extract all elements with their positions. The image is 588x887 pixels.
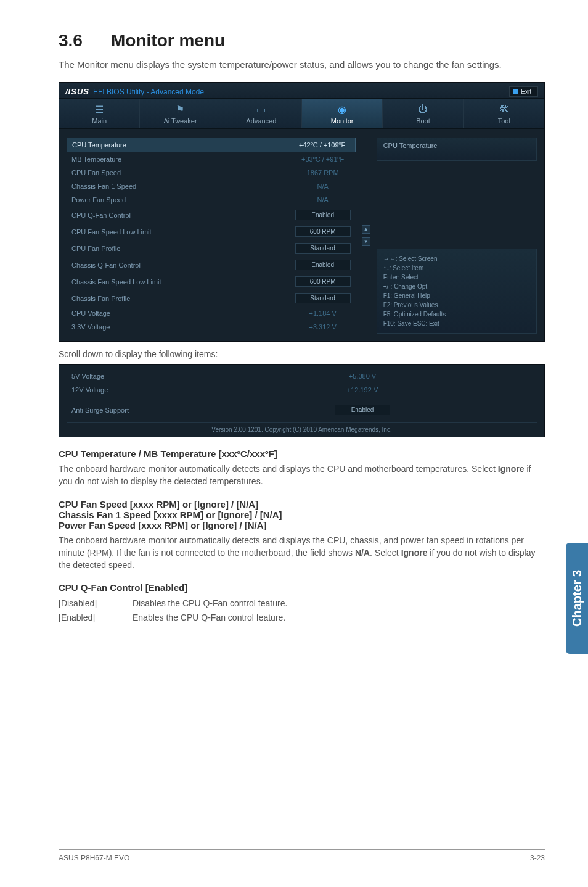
- bios-panel-continued: 5V Voltage +5.080 V 12V Voltage +12.192 …: [59, 364, 545, 437]
- row-cpu-fan-speed[interactable]: CPU Fan Speed 1867 RPM: [67, 166, 356, 179]
- row-chassis-fan-1-speed[interactable]: Chassis Fan 1 Speed N/A: [67, 179, 356, 193]
- qfan-enabled-row: [Enabled] Enables the CPU Q-Fan control …: [59, 611, 545, 624]
- list-icon: ☰: [62, 104, 137, 115]
- row-dropdown[interactable]: Enabled: [335, 405, 390, 415]
- term: [Enabled]: [59, 611, 133, 624]
- row-chassis-fan-speed-low-limit[interactable]: Chassis Fan Speed Low Limit 600 RPM: [67, 273, 356, 290]
- tab-tool[interactable]: 🛠 Tool: [464, 99, 544, 128]
- intro-paragraph: The Monitor menu displays the system tem…: [59, 58, 545, 71]
- row-value: N/A: [295, 196, 351, 204]
- row-label: CPU Fan Speed: [71, 169, 295, 176]
- tweaker-icon: ⚑: [142, 104, 218, 115]
- row-value: +5.080 V: [335, 373, 390, 380]
- term: [Disabled]: [59, 596, 133, 610]
- row-cpu-temperature[interactable]: CPU Temperature +42ºC / +109ºF: [67, 138, 356, 152]
- qfan-heading: CPU Q-Fan Control [Enabled]: [59, 582, 545, 593]
- hint-line: ↑↓: Select Item: [383, 263, 530, 273]
- hint-line: F5: Optimized Defaults: [383, 310, 530, 319]
- bios-titlebar: /ISUS EFI BIOS Utility - Advanced Mode E…: [59, 83, 544, 99]
- section-title-text: Monitor menu: [111, 31, 225, 50]
- tab-label: Advanced: [246, 117, 276, 125]
- row-dropdown[interactable]: Enabled: [295, 260, 351, 270]
- row-label: Power Fan Speed: [71, 196, 295, 204]
- row-label: CPU Temperature: [72, 141, 295, 149]
- row-dropdown[interactable]: 600 RPM: [295, 276, 351, 287]
- tab-advanced[interactable]: ▭ Advanced: [221, 99, 302, 128]
- row-dropdown[interactable]: Standard: [295, 243, 351, 254]
- hint-line: →←: Select Screen: [383, 254, 530, 263]
- row-cpu-fan-speed-low-limit[interactable]: CPU Fan Speed Low Limit 600 RPM: [67, 223, 356, 240]
- row-cpu-q-fan-control[interactable]: CPU Q-Fan Control Enabled: [67, 207, 356, 223]
- scroll-up-button[interactable]: ▲: [362, 225, 370, 234]
- fan-speed-body: The onboard hardware monitor automatical…: [59, 534, 545, 572]
- row-label: CPU Q-Fan Control: [71, 212, 295, 219]
- row-3v3-voltage[interactable]: 3.3V Voltage +3.312 V: [67, 320, 356, 334]
- bios-body: CPU Temperature +42ºC / +109ºF MB Temper…: [59, 129, 544, 341]
- row-dropdown[interactable]: Enabled: [295, 210, 351, 220]
- exit-button[interactable]: Exit: [509, 86, 538, 97]
- row-label: Chassis Fan 1 Speed: [71, 183, 295, 190]
- bios-header-title: EFI BIOS Utility - Advanced Mode: [93, 88, 204, 96]
- row-12v-voltage[interactable]: 12V Voltage +12.192 V: [67, 383, 537, 397]
- text: . Select: [370, 548, 401, 558]
- row-label: 3.3V Voltage: [71, 323, 295, 331]
- hint-line: F2: Previous Values: [383, 300, 530, 310]
- tab-label: Boot: [416, 117, 430, 125]
- desc: Enables the CPU Q-Fan control feature.: [133, 611, 285, 624]
- fan-speed-heading-1: CPU Fan Speed [xxxx RPM] or [Ignore] / […: [59, 499, 545, 510]
- advanced-icon: ▭: [224, 104, 299, 115]
- fan-speed-heading-3: Power Fan Speed [xxxx RPM] or [Ignore] /…: [59, 520, 545, 530]
- row-label: CPU Voltage: [71, 310, 295, 317]
- row-value: 1867 RPM: [295, 169, 351, 176]
- section-number: 3.6: [59, 31, 111, 51]
- hint-line: F10: Save ESC: Exit: [383, 319, 530, 328]
- bios-tabs: ☰ Main ⚑ Ai Tweaker ▭ Advanced ◉ Monitor…: [59, 99, 544, 129]
- row-label: CPU Fan Profile: [71, 245, 295, 252]
- row-label: MB Temperature: [71, 155, 295, 163]
- qfan-disabled-row: [Disabled] Disables the CPU Q-Fan contro…: [59, 596, 545, 610]
- bios-version-footer: Version 2.00.1201. Copyright (C) 2010 Am…: [67, 422, 537, 434]
- info-title: CPU Temperature: [383, 142, 438, 149]
- row-value: +1.184 V: [295, 310, 351, 317]
- tab-main[interactable]: ☰ Main: [59, 99, 140, 128]
- text-bold: Ignore: [498, 464, 525, 474]
- footer-right: 3-23: [530, 854, 545, 862]
- tab-monitor[interactable]: ◉ Monitor: [302, 99, 383, 128]
- text-bold: Ignore: [401, 548, 428, 558]
- tab-label: Tool: [498, 117, 510, 125]
- tool-icon: 🛠: [467, 104, 542, 115]
- row-value: +42ºC / +109ºF: [295, 141, 350, 149]
- exit-button-label: Exit: [521, 88, 531, 95]
- row-label: CPU Fan Speed Low Limit: [71, 228, 295, 236]
- tab-ai-tweaker[interactable]: ⚑ Ai Tweaker: [140, 99, 221, 128]
- tab-label: Main: [92, 117, 107, 125]
- row-label: 5V Voltage: [71, 373, 335, 380]
- fan-speed-heading-2: Chassis Fan 1 Speed [xxxx RPM] or [Ignor…: [59, 510, 545, 520]
- cpu-temp-body: The onboard hardware monitor automatical…: [59, 463, 545, 488]
- row-anti-surge-support[interactable]: Anti Surge Support Enabled: [67, 402, 537, 418]
- row-label: 12V Voltage: [71, 386, 335, 394]
- hint-line: +/-: Change Opt.: [383, 282, 530, 291]
- text: The onboard hardware monitor automatical…: [59, 464, 498, 474]
- section-heading: 3.6Monitor menu: [59, 31, 545, 51]
- tab-boot[interactable]: ⏻ Boot: [383, 99, 463, 128]
- chapter-tab: Chapter 3: [566, 543, 588, 654]
- tab-label: Ai Tweaker: [163, 117, 197, 125]
- row-cpu-fan-profile[interactable]: CPU Fan Profile Standard: [67, 240, 356, 257]
- desc: Disables the CPU Q-Fan control feature.: [133, 596, 287, 610]
- row-mb-temperature[interactable]: MB Temperature +33ºC / +91ºF: [67, 152, 356, 166]
- cpu-temp-heading: CPU Temperature / MB Temperature [xxxºC/…: [59, 448, 545, 459]
- scroll-down-button[interactable]: ▼: [362, 237, 370, 246]
- row-label: Chassis Q-Fan Control: [71, 262, 295, 269]
- monitor-icon: ◉: [304, 104, 380, 115]
- row-label: Chassis Fan Speed Low Limit: [71, 278, 295, 286]
- row-cpu-voltage[interactable]: CPU Voltage +1.184 V: [67, 307, 356, 320]
- bios-logo: /ISUS: [65, 87, 89, 96]
- row-power-fan-speed[interactable]: Power Fan Speed N/A: [67, 193, 356, 207]
- row-5v-voltage[interactable]: 5V Voltage +5.080 V: [67, 369, 537, 383]
- row-dropdown[interactable]: Standard: [295, 293, 351, 303]
- row-dropdown[interactable]: 600 RPM: [295, 226, 351, 237]
- bios-panel: /ISUS EFI BIOS Utility - Advanced Mode E…: [59, 82, 545, 342]
- row-chassis-q-fan-control[interactable]: Chassis Q-Fan Control Enabled: [67, 257, 356, 273]
- row-chassis-fan-profile[interactable]: Chassis Fan Profile Standard: [67, 290, 356, 307]
